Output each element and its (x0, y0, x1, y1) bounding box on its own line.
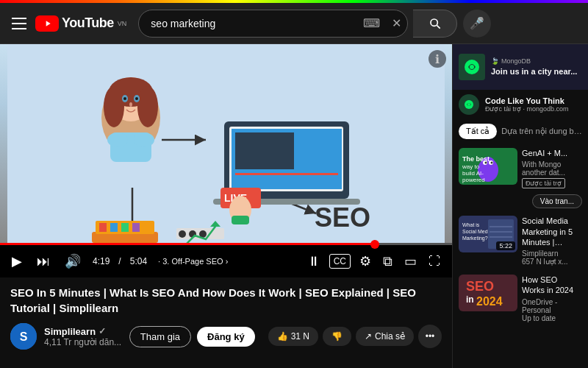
miniplayer-button[interactable]: ⧉ (380, 254, 395, 269)
svg-point-16 (129, 102, 132, 107)
svg-point-15 (135, 97, 138, 100)
logo-container[interactable]: YouTubeVN (35, 15, 126, 32)
verified-icon: ✓ (98, 326, 106, 336)
share-button[interactable]: ↗ Chia sẻ (356, 327, 414, 346)
subscriber-count: 4,11 Tr người dăn... (44, 337, 121, 347)
captions-button[interactable]: CC (329, 254, 351, 269)
svg-rect-35 (110, 223, 118, 232)
ad-channel-avatar (459, 94, 479, 115)
svg-rect-23 (235, 132, 294, 169)
like-button[interactable]: 👍 31 N (268, 327, 318, 346)
visit-ad-button[interactable]: Vào tran... (532, 194, 582, 208)
more-options-button[interactable]: ••• (418, 325, 442, 348)
progress-fill (0, 243, 375, 245)
search-input[interactable] (139, 18, 357, 29)
channel-row: S Simplilearn ✓ 4,11 Tr người dăn... Tha… (10, 323, 442, 350)
sidebar-video-2[interactable]: What is Social Media Marketing? 5:22 Soc… (453, 211, 588, 270)
join-button[interactable]: Tham gia (129, 326, 191, 347)
logo-text: YouTube (62, 15, 114, 31)
svg-text:S: S (20, 330, 28, 343)
filter-based-label: Dựa trên nội dung bạn tìm (501, 127, 582, 136)
logo-vn: VN (118, 20, 127, 27)
clear-search-icon[interactable]: ✕ (386, 16, 407, 30)
svg-point-14 (123, 97, 126, 100)
sidebar-duration-2: 5:22 (496, 241, 515, 250)
sidebar-video-title-1: GenAI + M... (522, 148, 582, 158)
svg-line-2 (437, 25, 440, 28)
svg-rect-30 (232, 216, 249, 224)
video-illustration: LIVE SEO (0, 44, 452, 243)
video-info: SEO In 5 Minutes | What Is SEO And How D… (0, 277, 452, 368)
play-button[interactable]: ▶ (9, 253, 25, 269)
header-left: YouTubeVN (12, 15, 126, 32)
ad-logo (459, 54, 485, 80)
progress-container (0, 243, 452, 245)
sidebar-video-channel-1: With Mongo another dat... (522, 160, 582, 177)
sidebar-video-views-2: 657 N lượt x... (522, 258, 582, 266)
dislike-button[interactable]: 👎 (323, 327, 351, 346)
fullscreen-button[interactable]: ⛶ (426, 255, 443, 268)
sidebar-video-info-3: How SEO Works in 2024 OneDrive - Persona… (522, 275, 582, 322)
time-separator: / (118, 256, 121, 266)
svg-point-49 (467, 103, 470, 106)
chapter-label: · 3. Off-Page SEO › (156, 257, 295, 266)
search-bar: ⌨ ✕ (138, 10, 408, 38)
sidebar-thumb-3: SEO in 2024 (459, 275, 517, 311)
svg-point-47 (470, 65, 474, 69)
svg-marker-0 (46, 21, 51, 26)
svg-text:in: in (466, 294, 474, 305)
sidebar-thumb-1: The best way to build AI- powered (459, 148, 517, 185)
sidebar-video-channel-3: OneDrive - Personal (522, 298, 582, 314)
svg-point-29 (232, 196, 249, 213)
svg-point-19 (134, 132, 154, 147)
video-thumbnail[interactable]: LIVE SEO (0, 44, 452, 243)
subscribe-button[interactable]: Đăng ký (197, 327, 255, 347)
pause-right-button[interactable]: ⏸ (304, 254, 323, 269)
progress-bar[interactable] (0, 243, 452, 245)
next-button[interactable]: ⏭ (34, 254, 53, 269)
svg-text:What is: What is (462, 222, 480, 227)
time-display: 4:19 (93, 256, 110, 266)
mic-button[interactable]: 🎤 (463, 10, 491, 38)
filter-all[interactable]: Tất cả (459, 124, 497, 139)
youtube-logo-icon (35, 15, 59, 32)
info-button[interactable]: ℹ (429, 50, 446, 68)
sidebar: 🍃 MongoDB Join us in a city near... Code… (452, 44, 588, 368)
controls-right: ⏸ CC ⚙ ⧉ ▭ ⛶ (304, 253, 443, 269)
keyboard-icon: ⌨ (357, 16, 386, 30)
sidebar-video-channel-2: Simplilearn (522, 250, 582, 258)
main-content: LIVE SEO (0, 44, 588, 368)
sidebar-ad-channel: Code Like You Think Được tài trợ · mongo… (453, 90, 588, 119)
ad-badge-1: Được tài trợ (522, 178, 565, 188)
sidebar-ad-banner[interactable]: 🍃 MongoDB Join us in a city near... (453, 44, 588, 90)
svg-text:Marketing?: Marketing? (462, 236, 488, 241)
sidebar-thumb-2: What is Social Media Marketing? 5:22 (459, 216, 517, 252)
ad-channel-info: Code Like You Think Được tài trợ · mongo… (485, 96, 569, 113)
search-container: ⌨ ✕ 🎤 (138, 10, 491, 38)
svg-rect-37 (132, 223, 140, 232)
svg-text:powered: powered (462, 177, 485, 183)
ad-text: 🍃 MongoDB Join us in a city near... (491, 57, 577, 77)
header: YouTubeVN ⌨ ✕ 🎤 (0, 3, 588, 44)
video-player: LIVE SEO (0, 44, 452, 277)
sidebar-video-info-1: GenAI + M... With Mongo another dat... Đ… (522, 148, 582, 188)
svg-text:build AI-: build AI- (462, 170, 484, 177)
video-controls: ▶ ⏭ 🔊 4:19 / 5:04 · 3. Off-Page SEO › ⏸ … (0, 245, 452, 277)
time-total: 5:04 (130, 256, 147, 266)
sidebar-video-info-2: Social Media Marketing in 5 Minutes | Si… (522, 216, 582, 266)
sidebar-video-3[interactable]: SEO in 2024 How SEO Works in 2024 OneDri… (453, 270, 588, 327)
volume-button[interactable]: 🔊 (62, 253, 84, 269)
svg-text:Social Media: Social Media (462, 229, 492, 234)
search-button[interactable] (413, 10, 457, 38)
video-title: SEO In 5 Minutes | What Is SEO And How D… (10, 285, 442, 316)
svg-text:2024: 2024 (476, 295, 503, 308)
filter-row: Tất cả Dựa trên nội dung bạn tìm (453, 119, 588, 144)
svg-point-10 (104, 86, 124, 127)
theater-button[interactable]: ▭ (401, 253, 420, 269)
svg-point-11 (137, 86, 158, 127)
svg-point-56 (491, 162, 493, 164)
menu-button[interactable] (12, 18, 26, 29)
settings-button[interactable]: ⚙ (356, 253, 374, 269)
video-section: LIVE SEO (0, 44, 452, 368)
sidebar-video-ad-1[interactable]: The best way to build AI- powered GenAI … (453, 144, 588, 193)
